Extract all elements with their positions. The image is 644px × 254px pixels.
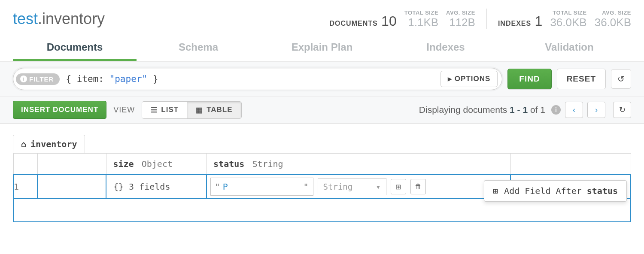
col-status[interactable]: status String	[207, 154, 510, 175]
filter-badge: i FILTER	[16, 73, 60, 85]
cell-expand[interactable]	[37, 175, 106, 199]
tab-documents[interactable]: Documents	[13, 37, 137, 61]
idx-avg-size: 36.0KB	[595, 16, 631, 29]
indexes-stat-group: INDEXES 1 TOTAL SIZE 36.0KB AVG. SIZE 36…	[498, 9, 631, 29]
cell-editor: " P " String ▾ ⊞ 🗑	[210, 178, 507, 196]
cell-rownum: 1	[13, 175, 37, 199]
pager-prefix: Displaying documents	[419, 105, 510, 115]
plus-icon: ⊞	[395, 183, 401, 191]
pager-range: 1 - 1	[510, 105, 528, 115]
type-select[interactable]: String ▾	[318, 178, 386, 195]
chevron-left-icon: ‹	[573, 106, 575, 115]
view-table-label: TABLE	[207, 106, 232, 114]
prev-page-button[interactable]: ‹	[565, 102, 583, 118]
insert-document-button[interactable]: INSERT DOCUMENT	[13, 101, 106, 119]
type-select-value: String	[323, 182, 353, 191]
idx-total-size: 36.0KB	[550, 16, 586, 29]
col-trailing	[510, 154, 631, 175]
filter-input[interactable]: i FILTER { item: "paper" } ▶ OPTIONS	[13, 68, 502, 90]
delete-field-button[interactable]: 🗑	[410, 179, 426, 194]
col-expand	[37, 154, 106, 175]
database-name: test	[13, 10, 38, 27]
popover-text: Add Field After	[504, 186, 587, 196]
view-list-label: LIST	[161, 106, 179, 114]
view-table-button[interactable]: ▦ TABLE	[187, 102, 241, 118]
doc-total-size: 1.1KB	[404, 16, 438, 29]
toolbar-right: Displaying documents 1 - 1 of 1 i ‹ › ↻	[419, 102, 631, 118]
collection-tabs: Documents Schema Explain Plan Indexes Va…	[0, 37, 644, 61]
header-stats: DOCUMENTS 10 TOTAL SIZE 1.1KB AVG. SIZE …	[330, 9, 631, 29]
col-size[interactable]: size Object	[106, 154, 207, 175]
doc-total-size-label: TOTAL SIZE	[404, 9, 438, 16]
content-area: ⌂ inventory size Object status String 1	[0, 124, 644, 233]
col-size-name: size	[113, 159, 134, 169]
add-field-popover[interactable]: ⊞ Add Field After status	[484, 180, 627, 202]
filter-query[interactable]: { item: "paper" }	[60, 74, 440, 84]
collection-name: inventory	[42, 10, 105, 27]
value-input[interactable]: " P "	[210, 178, 313, 196]
indexes-label: INDEXES	[498, 20, 531, 27]
view-toggle: ☰ LIST ▦ TABLE	[142, 101, 241, 119]
query-close-brace: }	[147, 74, 158, 84]
collection-title: test.inventory	[13, 10, 105, 28]
doc-avg-size: 112B	[446, 16, 475, 29]
documents-stat-group: DOCUMENTS 10 TOTAL SIZE 1.1KB AVG. SIZE …	[330, 9, 475, 29]
help-icon[interactable]: i	[551, 105, 561, 115]
filter-badge-label: FILTER	[29, 76, 54, 83]
info-icon: i	[20, 76, 27, 82]
stat-divider	[486, 9, 487, 29]
find-button[interactable]: FIND	[507, 69, 551, 89]
breadcrumb-tab[interactable]: ⌂ inventory	[13, 135, 85, 153]
tab-schema[interactable]: Schema	[137, 37, 260, 61]
tab-explain-plan[interactable]: Explain Plan	[260, 37, 384, 61]
view-list-button[interactable]: ☰ LIST	[142, 102, 187, 118]
pager-of: of	[528, 105, 540, 115]
options-label: OPTIONS	[455, 75, 491, 83]
title-separator: .	[38, 10, 42, 27]
breadcrumb-collection: inventory	[30, 139, 77, 149]
table-icon: ▦	[196, 106, 203, 115]
col-status-type: String	[252, 159, 283, 169]
refresh-button[interactable]: ↻	[613, 102, 631, 118]
list-icon: ☰	[151, 106, 158, 115]
reset-button[interactable]: RESET	[557, 69, 606, 89]
doc-avg-size-label: AVG. SIZE	[446, 9, 475, 16]
chevron-down-icon: ▾	[376, 182, 380, 191]
query-open-brace: {	[66, 74, 76, 84]
next-page-button[interactable]: ›	[587, 102, 605, 118]
popover-field-name: status	[587, 186, 618, 196]
history-icon: ↺	[617, 74, 625, 84]
pager-text: Displaying documents 1 - 1 of 1	[419, 105, 545, 115]
cell-status[interactable]: " P " String ▾ ⊞ 🗑	[207, 175, 510, 199]
document-toolbar: INSERT DOCUMENT VIEW ☰ LIST ▦ TABLE Disp…	[0, 97, 644, 124]
col-rownum	[13, 154, 37, 175]
table-header-row: size Object status String	[13, 154, 631, 175]
documents-label: DOCUMENTS	[330, 20, 378, 27]
cell-size[interactable]: {} 3 fields	[106, 175, 207, 199]
tab-validation[interactable]: Validation	[507, 37, 631, 61]
idx-avg-size-label: AVG. SIZE	[595, 9, 631, 16]
query-key: item:	[77, 74, 104, 84]
pager-total: 1	[540, 105, 545, 115]
options-button[interactable]: ▶ OPTIONS	[440, 71, 498, 87]
idx-total-size-label: TOTAL SIZE	[550, 9, 586, 16]
indexes-count: 1	[535, 13, 543, 29]
tab-indexes[interactable]: Indexes	[384, 37, 507, 61]
chevron-right-icon: ›	[595, 106, 598, 115]
query-value: "paper"	[109, 74, 148, 84]
refresh-icon: ↻	[619, 105, 626, 115]
status-value[interactable]: P	[223, 181, 301, 192]
quote-open: "	[215, 181, 220, 192]
home-icon: ⌂	[21, 139, 26, 149]
col-size-type: Object	[142, 159, 173, 169]
documents-count: 10	[381, 13, 397, 29]
table-row-empty	[13, 199, 631, 222]
history-button[interactable]: ↺	[611, 69, 631, 89]
collection-header: test.inventory DOCUMENTS 10 TOTAL SIZE 1…	[0, 0, 644, 29]
view-label: VIEW	[113, 106, 135, 115]
filter-bar: i FILTER { item: "paper" } ▶ OPTIONS FIN…	[0, 61, 644, 97]
plus-box-icon: ⊞	[493, 186, 498, 196]
caret-right-icon: ▶	[448, 76, 452, 82]
add-field-button[interactable]: ⊞	[391, 179, 406, 194]
trash-icon: 🗑	[415, 183, 422, 190]
